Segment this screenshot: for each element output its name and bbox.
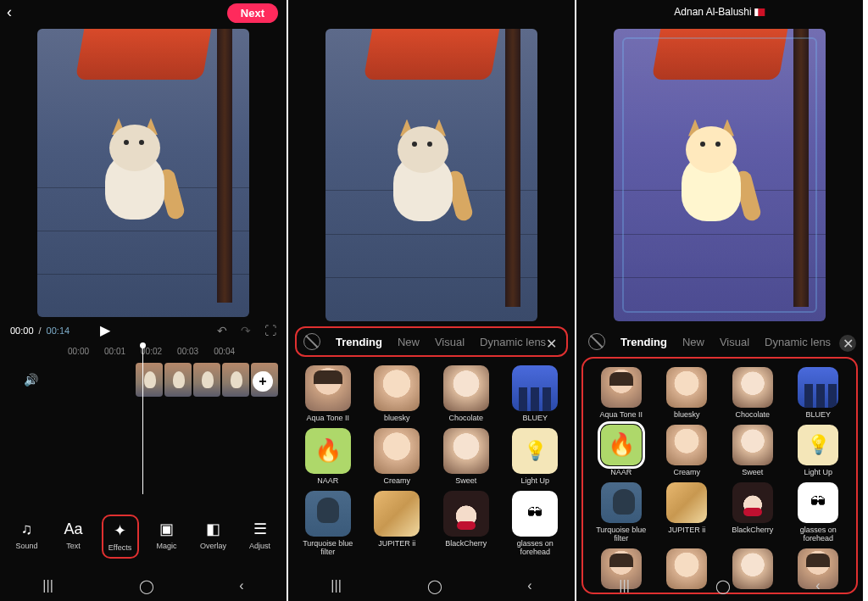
effect-thumb-naar[interactable]: 🔥	[305, 428, 351, 474]
nav-back[interactable]: ‹	[527, 578, 531, 593]
effect-thumb-light-up[interactable]: 💡	[798, 425, 838, 465]
nav-recents[interactable]: |||	[619, 578, 629, 593]
time-duration: 00:14	[47, 326, 70, 336]
effect-label: JUPITER ii	[378, 540, 415, 548]
tab-dynamic-lens[interactable]: Dynamic lens	[480, 336, 546, 348]
effect-label: Creamy	[673, 469, 700, 477]
tab-new[interactable]: New	[682, 336, 704, 348]
close-effects-button[interactable]: ✕	[839, 335, 856, 352]
clip-row: 🔊 +	[0, 356, 287, 403]
effect-thumb-naar[interactable]: 🔥	[601, 425, 642, 465]
tool-overlay[interactable]: ◧Overlay	[195, 515, 232, 559]
effect-thumb-glasses-on-forehead[interactable]: 🕶	[512, 491, 558, 537]
tab-new[interactable]: New	[398, 336, 420, 348]
clip-track[interactable]: +	[136, 363, 278, 397]
effect-thumb-bluesky[interactable]	[666, 367, 707, 408]
adjust-icon: ☰	[251, 520, 270, 538]
android-navbar: ||| ◯ ‹	[0, 570, 287, 601]
nav-home[interactable]: ◯	[139, 578, 154, 594]
effect-thumb-turquoise-blue-filter[interactable]	[601, 482, 642, 523]
effect-item: Aqua Tone II	[590, 367, 653, 420]
tool-label: Effects	[108, 543, 131, 552]
user-tag: Adnan Al-Balushi	[674, 6, 765, 18]
effect-label: glasses on forehead	[788, 526, 848, 543]
add-clip-button[interactable]: +	[253, 371, 273, 392]
effects-grid: Aqua Tone IIblueskyChocolateBLUEY🔥NAARCr…	[581, 357, 858, 594]
tool-magic[interactable]: ▣Magic	[148, 515, 186, 559]
effect-label: Turquoise blue filter	[298, 540, 358, 557]
nav-recents[interactable]: |||	[331, 578, 341, 593]
tool-sound[interactable]: ♫Sound	[8, 515, 46, 559]
effect-thumb-sweet[interactable]	[732, 425, 773, 465]
nav-back[interactable]: ‹	[815, 578, 820, 593]
tool-text[interactable]: AaText	[55, 515, 92, 559]
bottom-toolbar: ♫SoundAaText✦Effects▣Magic◧Overlay☰Adjus…	[0, 508, 287, 565]
clip-frame[interactable]	[193, 363, 220, 397]
tab-visual[interactable]: Visual	[435, 336, 465, 348]
effect-thumb-jupiter-ii[interactable]	[374, 491, 420, 537]
panel-editor: ‹ Next 00:00/00:14 ▶ ↶ ↷ ⛶ 00:00 00:01 0…	[0, 0, 288, 601]
effect-item: 🔥NAAR	[295, 428, 361, 486]
effect-label: BLUEY	[522, 415, 548, 423]
no-effect-button[interactable]	[303, 333, 320, 350]
volume-icon[interactable]: 🔊	[24, 373, 38, 387]
next-button[interactable]: Next	[227, 3, 278, 23]
effect-thumb-bluey[interactable]	[512, 365, 558, 411]
android-navbar: ||| ◯ ‹	[288, 570, 575, 601]
effect-thumb-sweet[interactable]	[443, 428, 489, 474]
effect-label: Light Up	[804, 469, 832, 477]
playhead[interactable]	[142, 346, 143, 494]
effect-thumb-glasses-on-forehead[interactable]: 🕶	[798, 482, 838, 523]
tool-label: Adjust	[249, 542, 270, 550]
video-preview[interactable]	[614, 29, 826, 321]
video-preview-area	[0, 29, 287, 317]
tab-trending[interactable]: Trending	[336, 336, 382, 348]
play-button[interactable]: ▶	[100, 322, 110, 338]
effect-thumb-bluey[interactable]	[798, 367, 838, 408]
nav-back[interactable]: ‹	[239, 578, 243, 593]
clip-frame[interactable]	[164, 363, 192, 397]
overlay-icon: ◧	[204, 520, 223, 538]
effect-thumb-blackcherry[interactable]	[443, 491, 489, 537]
effect-thumb-aqua-tone-ii[interactable]	[601, 367, 642, 408]
effects-tabs: Trending New Visual Dynamic lens ✕	[576, 328, 863, 355]
tool-adjust[interactable]: ☰Adjust	[242, 515, 279, 559]
effects-tabs: Trending New Visual Dynamic lens ✕	[295, 326, 568, 357]
effect-item: Sweet	[433, 428, 499, 486]
video-preview[interactable]	[37, 29, 249, 317]
effect-thumb-bluesky[interactable]	[374, 365, 420, 411]
clip-frame[interactable]	[136, 363, 163, 397]
tab-visual[interactable]: Visual	[720, 336, 749, 348]
effect-thumb-blackcherry[interactable]	[732, 482, 773, 523]
flag-icon	[755, 8, 765, 16]
topbar: ‹ Next	[0, 0, 287, 24]
effect-thumb-light-up[interactable]: 💡	[512, 428, 558, 474]
tab-trending[interactable]: Trending	[620, 336, 667, 348]
effect-thumb-aqua-tone-ii[interactable]	[305, 365, 351, 411]
close-effects-button[interactable]: ✕	[542, 335, 559, 352]
effect-item: 🕶glasses on forehead	[503, 491, 569, 557]
effect-thumb-turquoise-blue-filter[interactable]	[305, 491, 351, 537]
effect-label: JUPITER ii	[668, 526, 705, 535]
effect-thumb-chocolate[interactable]	[443, 365, 489, 411]
video-preview[interactable]	[326, 29, 537, 321]
back-button[interactable]: ‹	[7, 3, 12, 21]
clip-frame[interactable]	[222, 363, 249, 397]
effect-label: Light Up	[520, 477, 549, 486]
no-effect-button[interactable]	[588, 333, 605, 350]
nav-recents[interactable]: |||	[42, 578, 53, 593]
nav-home[interactable]: ◯	[715, 578, 731, 594]
nav-home[interactable]: ◯	[427, 578, 442, 594]
fullscreen-button[interactable]: ⛶	[264, 324, 276, 337]
undo-button[interactable]: ↶	[217, 324, 227, 337]
effect-item: JUPITER ii	[364, 491, 431, 557]
magic-icon: ▣	[158, 520, 176, 538]
effect-item: 🔥NAAR	[590, 425, 653, 477]
effect-thumb-jupiter-ii[interactable]	[666, 482, 707, 523]
tab-dynamic-lens[interactable]: Dynamic lens	[765, 336, 831, 348]
effect-thumb-creamy[interactable]	[666, 425, 707, 465]
effect-item: Turquoise blue filter	[295, 491, 361, 557]
tool-effects[interactable]: ✦Effects	[102, 515, 139, 559]
effect-thumb-creamy[interactable]	[374, 428, 420, 474]
effect-thumb-chocolate[interactable]	[732, 367, 773, 408]
